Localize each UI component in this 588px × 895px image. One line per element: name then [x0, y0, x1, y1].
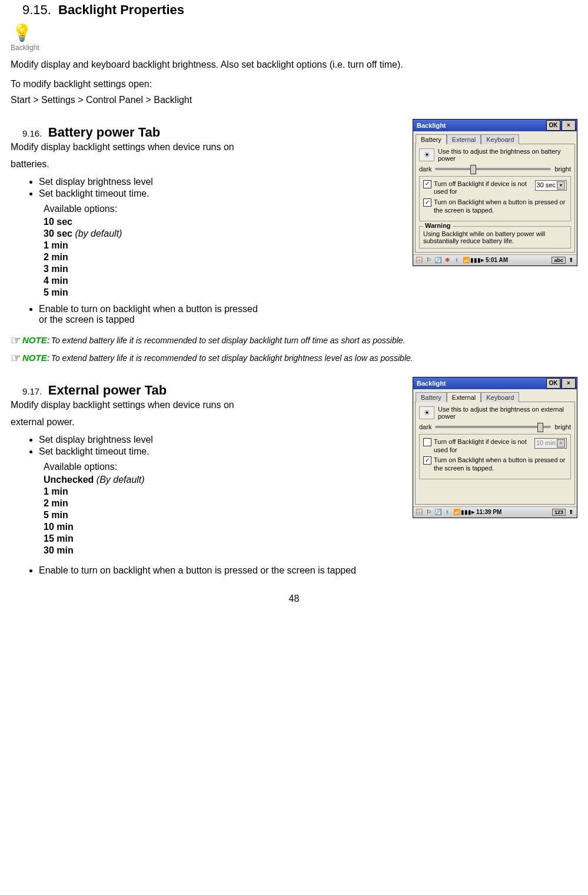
brightness-icon: ☀ — [419, 148, 434, 161]
tab-battery[interactable]: Battery — [416, 134, 447, 144]
refresh-icon[interactable]: 🔄 — [434, 256, 442, 264]
backlight-icon: 💡 — [11, 21, 33, 44]
option-item: Unchecked (By default) — [44, 475, 406, 485]
hand-icon: ☞ — [11, 333, 21, 347]
bluetooth-icon[interactable]: ᚼ — [443, 508, 451, 516]
note-label: NOTE: — [22, 353, 50, 363]
keyboard-button[interactable]: 123 — [552, 509, 566, 516]
option-item: 4 min — [44, 276, 406, 286]
brightness-slider[interactable] — [435, 168, 551, 170]
slider-bright-label: bright — [554, 165, 571, 173]
chevron-down-icon[interactable]: ▾ — [557, 439, 565, 448]
bluetooth-icon[interactable]: ᚼ — [453, 256, 461, 264]
section-heading: 9.17. External power Tab — [11, 383, 406, 398]
chevron-down-icon[interactable]: ▾ — [557, 181, 565, 190]
tab-keyboard[interactable]: Keyboard — [481, 392, 519, 402]
section-number: 9.15. — [22, 2, 51, 17]
arrow-icon: ▸ — [471, 508, 475, 516]
option-item: 2 min — [44, 252, 406, 263]
intro-text: batteries. — [11, 157, 406, 171]
turnoff-checkbox[interactable]: ✓ — [423, 180, 431, 188]
section-heading: 9.15. Backlight Properties — [11, 2, 577, 18]
battery-icon[interactable]: ▮▮▮ — [462, 508, 470, 516]
section-title: External power Tab — [48, 383, 167, 397]
window-titlebar: Backlight OK × — [413, 120, 577, 131]
section-title: Battery power Tab — [48, 125, 160, 140]
window-titlebar: Backlight OK × — [413, 377, 577, 389]
note-row: ☞ NOTE: To extend battery life it is rec… — [11, 333, 577, 347]
turnoff-label: Turn off Backlight if device is not used… — [434, 180, 533, 197]
available-options-label: Available options: — [44, 204, 406, 214]
signal-icon[interactable]: 📶 — [453, 508, 461, 516]
tab-bar: Battery External Keyboard — [413, 131, 577, 144]
options-list-917: Unchecked (By default)1 min2 min5 min10 … — [44, 475, 406, 556]
note-text: To extend battery life it is recommended… — [51, 353, 413, 363]
option-item: 30 min — [44, 545, 406, 556]
brightness-slider[interactable] — [435, 426, 551, 428]
intro-text: Modify display backlight settings when d… — [11, 140, 406, 154]
hint-text: Use this to adjust the brightness on bat… — [438, 148, 571, 162]
option-item: 10 sec — [44, 217, 406, 227]
intro-text: Modify display and keyboard backlight br… — [11, 58, 577, 71]
turnon-label: Turn on Backlight when a button is press… — [434, 456, 567, 473]
slider-dark-label: dark — [419, 165, 431, 173]
ok-button[interactable]: OK — [546, 120, 560, 131]
taskbar: 🪟 ⚐ 🔄 ᚼ 📶 ▮▮▮ ▸ 11:39 PM 123 ⬆ — [413, 506, 577, 518]
tab-battery[interactable]: Battery — [416, 392, 447, 402]
tab-external[interactable]: External — [447, 134, 481, 144]
warning-text: Using Backlight while on battery power w… — [423, 230, 567, 244]
turnoff-checkbox[interactable] — [423, 438, 431, 446]
section-number: 9.16. — [22, 128, 42, 138]
keyboard-button[interactable]: abc — [552, 257, 566, 264]
taskbar-time: 11:39 PM — [476, 509, 501, 515]
battery-icon[interactable]: ▮▮▮ — [471, 256, 480, 264]
start-icon[interactable]: 🪟 — [415, 508, 423, 516]
flag-icon[interactable]: ⚐ — [424, 256, 433, 264]
hint-text: Use this to adjust the brightness on ext… — [438, 406, 571, 420]
note-row: ☞ NOTE: To extend battery life it is rec… — [11, 351, 577, 365]
signal-icon[interactable]: 📶 — [462, 256, 470, 264]
option-item: 5 min — [44, 510, 406, 521]
timeout-select[interactable]: 10 min▾ — [534, 438, 567, 449]
tab-external[interactable]: External — [447, 392, 481, 402]
turnon-label: Turn on Backlight when a button is press… — [434, 198, 567, 215]
backlight-icon-caption: Backlight — [11, 44, 577, 52]
intro-text: Modify display backlight settings when d… — [11, 398, 406, 412]
flag-icon[interactable]: ⚐ — [424, 508, 433, 516]
section-title: Backlight Properties — [58, 2, 184, 17]
option-item: 2 min — [44, 498, 406, 509]
tab-keyboard[interactable]: Keyboard — [481, 134, 519, 144]
list-item: Set backlight timeout time. — [39, 188, 406, 199]
option-item: 30 sec (by default) — [44, 228, 406, 239]
section-heading: 9.16. Battery power Tab — [11, 125, 406, 140]
screenshot-external: Backlight OK × Battery External Keyboard… — [413, 377, 577, 518]
close-button[interactable]: × — [562, 120, 576, 131]
instruction-text: To modify backlight settings open: — [11, 77, 577, 91]
taskbar: 🪟 ⚐ 🔄 ✱ ᚼ 📶 ▮▮▮ ▸ 5:01 AM abc ⬆ — [413, 254, 577, 266]
start-icon[interactable]: 🪟 — [415, 256, 423, 264]
up-arrow-icon[interactable]: ⬆ — [567, 256, 575, 264]
intro-text: external power. — [11, 415, 406, 429]
refresh-icon[interactable]: 🔄 — [434, 508, 442, 516]
option-item: 5 min — [44, 287, 406, 298]
warning-group-title: Warning — [423, 222, 453, 229]
turnon-checkbox[interactable]: ✓ — [423, 198, 431, 207]
ok-button[interactable]: OK — [546, 378, 560, 389]
slider-bright-label: bright — [554, 423, 571, 430]
sun-icon[interactable]: ✱ — [443, 256, 451, 264]
list-item: Set display brightness level — [39, 435, 406, 445]
taskbar-time: 5:01 AM — [486, 257, 508, 263]
available-options-label: Available options: — [44, 462, 406, 472]
slider-dark-label: dark — [419, 423, 431, 430]
up-arrow-icon[interactable]: ⬆ — [567, 508, 575, 516]
turnon-checkbox[interactable]: ✓ — [423, 456, 431, 465]
close-button[interactable]: × — [562, 378, 576, 389]
option-item: 1 min — [44, 486, 406, 497]
options-list-916: 10 sec30 sec (by default)1 min2 min3 min… — [44, 217, 406, 298]
screenshot-battery: Backlight OK × Battery External Keyboard… — [413, 119, 577, 266]
list-item: Enable to turn on backlight when a butto… — [39, 565, 577, 576]
brightness-icon: ☀ — [419, 406, 434, 419]
arrow-icon: ▸ — [481, 256, 484, 264]
timeout-select[interactable]: 30 sec▾ — [535, 180, 567, 191]
option-item: 10 min — [44, 522, 406, 532]
